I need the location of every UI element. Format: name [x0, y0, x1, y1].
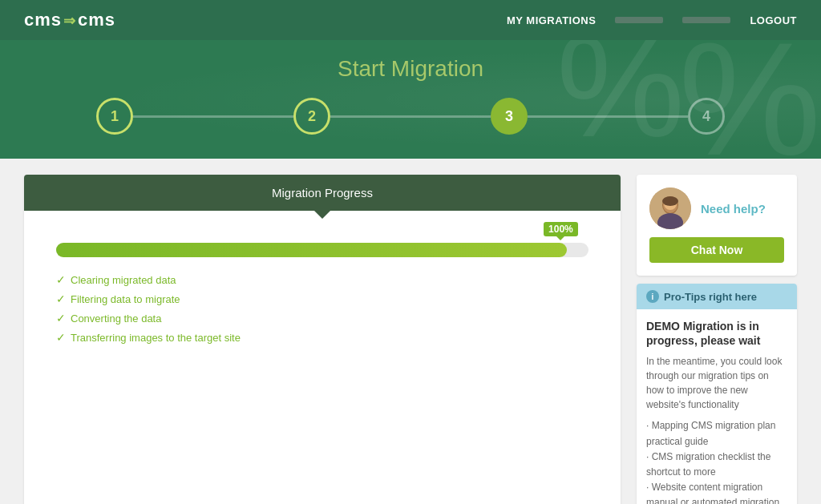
nav-logout[interactable]: LOGOUT	[750, 14, 797, 26]
nav-divider-1	[615, 17, 663, 23]
chat-now-button[interactable]: Chat Now	[649, 237, 784, 263]
sidebar: Need help? Chat Now i Pro-Tips right her…	[637, 175, 797, 504]
pro-tips-body: DEMO Migration is in progress, please wa…	[637, 309, 797, 504]
need-help-text: Need help?	[701, 202, 766, 216]
step-line-2	[330, 115, 491, 118]
step-4: 4	[688, 98, 725, 135]
step-3: 3	[491, 98, 528, 135]
avatar-face	[649, 187, 691, 229]
progress-label: 100%	[544, 222, 578, 236]
step-line-3	[528, 115, 688, 118]
nav-divider-2	[682, 17, 730, 23]
step-2: 2	[293, 98, 330, 135]
stepper: 1 2 3 4	[0, 98, 821, 135]
check-icon-4: ✓	[56, 331, 66, 344]
nav-my-migrations[interactable]: MY MIGRATIONS	[507, 14, 596, 26]
check-icon-3: ✓	[56, 312, 66, 325]
progress-card-header: Migration Progress	[24, 175, 621, 211]
pro-tips-card: i Pro-Tips right here DEMO Migration is …	[637, 284, 797, 504]
header: cms⇒cms MY MIGRATIONS LOGOUT	[0, 0, 821, 40]
step-line-1	[133, 115, 293, 118]
pro-tips-description: In the meantime, you could look through …	[646, 354, 787, 412]
progress-card-body: 100% ✓ Clearing migrated data ✓ Filterin…	[24, 211, 621, 368]
info-icon: i	[646, 290, 659, 303]
pro-tips-link-2[interactable]: · CMS migration checklist the shortcut t…	[646, 450, 787, 480]
progress-bar-track	[56, 243, 588, 257]
step-1: 1	[96, 98, 133, 135]
help-card: Need help? Chat Now	[637, 175, 797, 276]
check-icon-1: ✓	[56, 273, 66, 286]
logo: cms⇒cms	[24, 10, 115, 30]
checklist-item-4: ✓ Transferring images to the target site	[56, 331, 588, 344]
progress-card: Migration Progress 100% ✓ Clearing migra…	[24, 175, 621, 504]
hero-section: % Start Migration 1 2 3 4	[0, 40, 821, 159]
pro-tips-link-1[interactable]: · Mapping CMS migration plan practical g…	[646, 418, 787, 449]
main-content: Migration Progress 100% ✓ Clearing migra…	[0, 159, 821, 504]
checklist-item-2: ✓ Filtering data to migrate	[56, 292, 588, 305]
pro-tips-link-3[interactable]: · Website content migration manual or au…	[646, 480, 787, 504]
main-nav: MY MIGRATIONS LOGOUT	[507, 14, 797, 26]
page-title: Start Migration	[0, 56, 821, 82]
checklist-item-1: ✓ Clearing migrated data	[56, 273, 588, 286]
checklist: ✓ Clearing migrated data ✓ Filtering dat…	[56, 273, 588, 344]
pro-tips-title: DEMO Migration is in progress, please wa…	[646, 319, 787, 348]
pro-tips-header: i Pro-Tips right here	[637, 284, 797, 309]
check-icon-2: ✓	[56, 292, 66, 305]
help-card-top: Need help?	[649, 187, 784, 229]
logo-text: cms⇒cms	[24, 10, 115, 30]
avatar	[649, 187, 691, 229]
progress-bar-container: 100%	[56, 243, 588, 257]
progress-bar-fill	[56, 243, 567, 257]
svg-point-5	[662, 196, 678, 206]
checklist-item-3: ✓ Converting the data	[56, 312, 588, 325]
